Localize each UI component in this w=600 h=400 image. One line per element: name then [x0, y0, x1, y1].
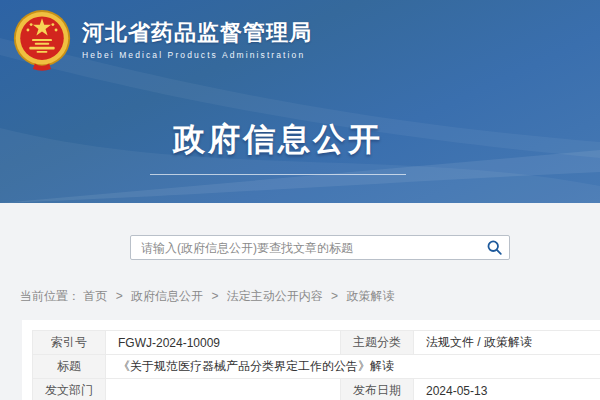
field-label-topic-category: 主题分类	[341, 331, 414, 355]
search-button[interactable]	[479, 236, 509, 259]
breadcrumb-separator: >	[211, 289, 218, 303]
org-name-en: Hebei Medical Products Administration	[82, 50, 312, 60]
field-value-publish-date: 2024-05-13	[414, 379, 600, 400]
page: 河北省药品监督管理局 Hebei Medical Products Admini…	[0, 0, 600, 400]
table-row: 标题 《关于规范医疗器械产品分类界定工作的公告》解读	[33, 355, 600, 379]
blue-header-banner: 河北省药品监督管理局 Hebei Medical Products Admini…	[0, 0, 600, 203]
document-info-table: 索引号 FGWJ-2024-10009 主题分类 法规文件 / 政策解读 标题 …	[32, 330, 600, 400]
table-row: 发文部门 发布日期 2024-05-13	[33, 379, 600, 400]
document-info-card: 索引号 FGWJ-2024-10009 主题分类 法规文件 / 政策解读 标题 …	[22, 320, 600, 400]
org-name-block: 河北省药品监督管理局 Hebei Medical Products Admini…	[82, 20, 312, 60]
banner-title: 政府信息公开	[150, 118, 406, 162]
field-value-index-no: FGWJ-2024-10009	[106, 331, 341, 355]
breadcrumb-separator: >	[331, 289, 338, 303]
field-label-issuing-dept: 发文部门	[33, 379, 106, 400]
field-value-topic-category: 法规文件 / 政策解读	[414, 331, 600, 355]
search-box	[130, 235, 510, 260]
breadcrumb-item-statutory-content[interactable]: 法定主动公开内容	[227, 289, 323, 303]
breadcrumb-item-current: 政策解读	[346, 289, 394, 303]
field-label-index-no: 索引号	[33, 331, 106, 355]
breadcrumb-item-info-disclosure[interactable]: 政府信息公开	[131, 289, 203, 303]
breadcrumb-item-home[interactable]: 首页	[83, 289, 107, 303]
breadcrumb: 当前位置： 首页 > 政府信息公开 > 法定主动公开内容 > 政策解读	[20, 288, 394, 305]
breadcrumb-separator: >	[116, 289, 123, 303]
field-value-issuing-dept	[106, 379, 341, 400]
field-label-publish-date: 发布日期	[341, 379, 414, 400]
national-emblem-icon	[13, 9, 71, 71]
banner-divider	[150, 174, 406, 175]
field-value-title: 《关于规范医疗器械产品分类界定工作的公告》解读	[106, 355, 600, 379]
banner: 政府信息公开	[150, 118, 406, 175]
search-input[interactable]	[131, 236, 479, 259]
org-name-zh: 河北省药品监督管理局	[82, 20, 312, 46]
breadcrumb-prefix: 当前位置：	[20, 289, 80, 303]
search-icon	[486, 239, 503, 256]
site-logo[interactable]: 河北省药品监督管理局 Hebei Medical Products Admini…	[13, 9, 312, 71]
table-row: 索引号 FGWJ-2024-10009 主题分类 法规文件 / 政策解读	[33, 331, 600, 355]
field-label-title: 标题	[33, 355, 106, 379]
